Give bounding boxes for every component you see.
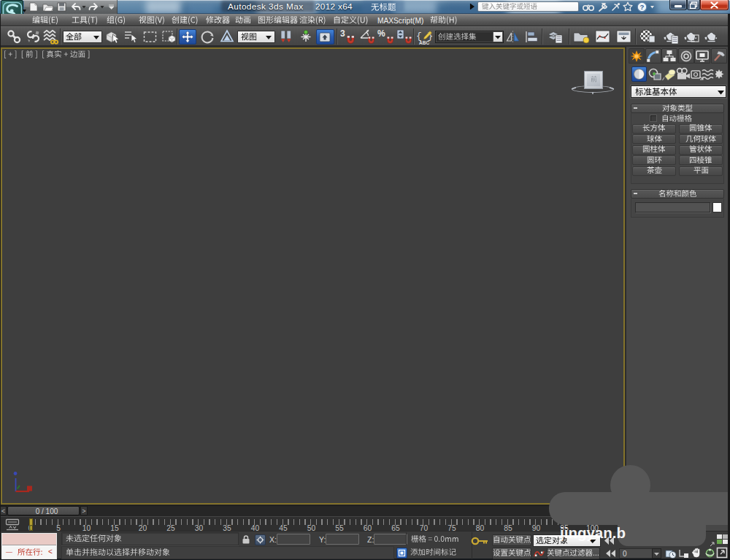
svg-text:?: ? <box>640 3 645 11</box>
svg-text:3: 3 <box>340 28 345 39</box>
svg-text:ABC: ABC <box>419 40 429 45</box>
svg-text:%: % <box>377 28 385 39</box>
